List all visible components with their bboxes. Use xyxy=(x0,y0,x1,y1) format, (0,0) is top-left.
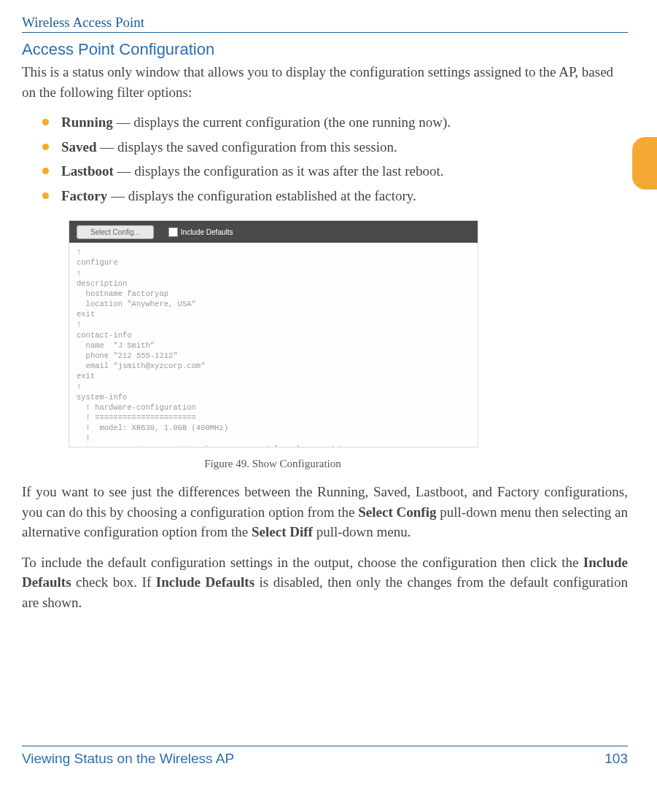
figure-caption: Figure 49. Show Configuration xyxy=(69,458,477,470)
figure-toolbar: Select Config... Include Defaults xyxy=(69,221,478,243)
list-item: Saved — displays the saved configuration… xyxy=(42,137,628,157)
header-rule xyxy=(22,32,628,33)
list-item: Running — displays the current configura… xyxy=(42,112,628,133)
term: Factory xyxy=(61,188,107,203)
section-title: Access Point Configuration xyxy=(22,40,628,59)
desc: — displays the configuration as it was a… xyxy=(114,163,444,179)
footer-section-title: Viewing Status on the Wireless AP xyxy=(22,751,234,767)
page-header-title: Wireless Access Point xyxy=(22,15,628,31)
term: Lastboot xyxy=(61,163,114,179)
checkbox-icon[interactable] xyxy=(168,227,178,237)
text: To include the default configuration set… xyxy=(22,555,583,570)
config-output-text: ! configure ! description hostname facto… xyxy=(69,243,478,448)
desc: — displays the saved configuration from … xyxy=(97,139,397,155)
side-tab-marker xyxy=(632,137,657,190)
desc: — displays the configuration established… xyxy=(107,188,416,203)
list-item: Factory — displays the configuration est… xyxy=(42,186,628,206)
select-config-button[interactable]: Select Config... xyxy=(77,225,154,239)
paragraph-defaults: To include the default configuration set… xyxy=(22,553,628,613)
page-number: 103 xyxy=(604,751,628,767)
text-bold: Select Config xyxy=(358,504,436,520)
include-defaults-checkbox-wrap[interactable]: Include Defaults xyxy=(168,227,233,237)
list-item: Lastboot — displays the configuration as… xyxy=(42,161,628,181)
text-bold: Select Diff xyxy=(252,524,313,539)
page-footer: Viewing Status on the Wireless AP 103 xyxy=(22,746,628,767)
section-intro: This is a status only window that allows… xyxy=(22,62,628,102)
footer-rule xyxy=(22,746,628,746)
text-bold: Include Defaults xyxy=(156,574,254,590)
paragraph-diff: If you want to see just the differences … xyxy=(22,482,628,542)
text: pull-down menu. xyxy=(313,524,411,539)
term: Saved xyxy=(61,139,97,155)
desc: — displays the current configuration (th… xyxy=(113,114,451,130)
text: check box. If xyxy=(71,574,156,590)
include-defaults-label: Include Defaults xyxy=(181,228,233,236)
figure-container: Select Config... Include Defaults ! conf… xyxy=(69,220,628,470)
filter-options-list: Running — displays the current configura… xyxy=(42,112,628,206)
term: Running xyxy=(61,114,113,130)
figure-screenshot: Select Config... Include Defaults ! conf… xyxy=(69,220,478,448)
